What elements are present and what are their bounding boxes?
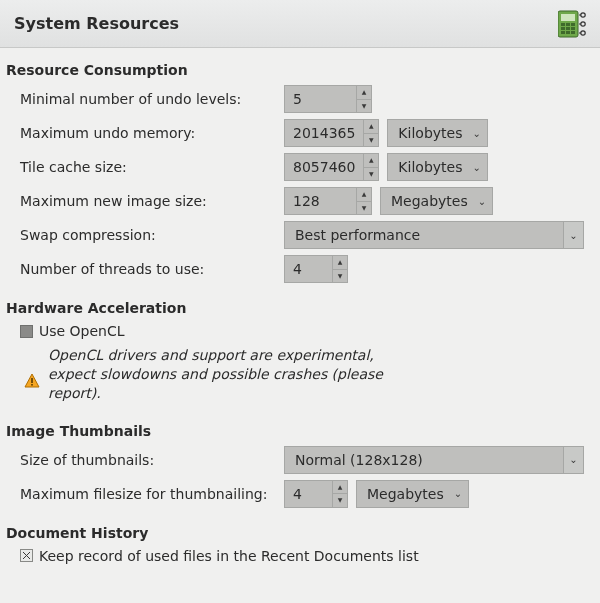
label-thumbnail-size: Size of thumbnails: bbox=[6, 452, 284, 468]
spin-undo-memory[interactable]: 2014365 ▲ ▼ bbox=[284, 119, 379, 147]
label-thumbnail-maxfile: Maximum filesize for thumbnailing: bbox=[6, 486, 284, 502]
combo-new-image-unit[interactable]: Megabytes ⌄ bbox=[380, 187, 493, 215]
spin-down-icon[interactable]: ▼ bbox=[363, 133, 379, 148]
chevron-down-icon: ⌄ bbox=[454, 488, 462, 499]
row-thumbnail-maxfile: Maximum filesize for thumbnailing: 4 ▲ ▼… bbox=[6, 477, 594, 511]
section-title-resource: Resource Consumption bbox=[6, 54, 594, 82]
svg-rect-7 bbox=[571, 27, 575, 30]
section-document-history: Document History Keep record of used fil… bbox=[0, 511, 600, 567]
svg-rect-8 bbox=[561, 31, 565, 34]
svg-point-12 bbox=[581, 21, 585, 25]
spin-up-icon[interactable]: ▲ bbox=[332, 480, 348, 494]
row-use-opencl: Use OpenCL bbox=[6, 320, 594, 342]
row-keep-record: Keep record of used files in the Recent … bbox=[6, 545, 594, 567]
row-tile-cache: Tile cache size: 8057460 ▲ ▼ Kilobytes ⌄ bbox=[6, 150, 594, 184]
label-swap-compression: Swap compression: bbox=[6, 227, 284, 243]
row-undo-levels: Minimal number of undo levels: 5 ▲ ▼ bbox=[6, 82, 594, 116]
label-tile-cache: Tile cache size: bbox=[6, 159, 284, 175]
spin-down-icon[interactable]: ▼ bbox=[332, 269, 348, 284]
svg-rect-10 bbox=[571, 31, 575, 34]
spin-up-icon[interactable]: ▲ bbox=[363, 119, 379, 133]
combo-label: Kilobytes bbox=[398, 159, 462, 175]
section-image-thumbnails: Image Thumbnails Size of thumbnails: Nor… bbox=[0, 409, 600, 511]
section-hardware-acceleration: Hardware Acceleration Use OpenCL OpenCL … bbox=[0, 286, 600, 409]
section-resource-consumption: Resource Consumption Minimal number of u… bbox=[0, 48, 600, 286]
spin-new-image-size[interactable]: 128 ▲ ▼ bbox=[284, 187, 372, 215]
label-threads: Number of threads to use: bbox=[6, 261, 284, 277]
spin-value[interactable]: 5 bbox=[284, 85, 356, 113]
svg-rect-9 bbox=[566, 31, 570, 34]
svg-rect-4 bbox=[571, 23, 575, 26]
combo-label: Megabytes bbox=[367, 486, 444, 502]
spin-value[interactable]: 128 bbox=[284, 187, 356, 215]
svg-point-13 bbox=[581, 30, 585, 34]
system-resources-icon bbox=[556, 7, 590, 41]
label-new-image-size: Maximum new image size: bbox=[6, 193, 284, 209]
spin-thumbnail-maxfile[interactable]: 4 ▲ ▼ bbox=[284, 480, 348, 508]
row-undo-memory: Maximum undo memory: 2014365 ▲ ▼ Kilobyt… bbox=[6, 116, 594, 150]
svg-rect-6 bbox=[566, 27, 570, 30]
combo-label: Megabytes bbox=[391, 193, 468, 209]
combo-thumbnail-maxfile-unit[interactable]: Megabytes ⌄ bbox=[356, 480, 469, 508]
dropdown-value: Normal (128x128) bbox=[285, 452, 563, 468]
spin-tile-cache[interactable]: 8057460 ▲ ▼ bbox=[284, 153, 379, 181]
svg-rect-17 bbox=[31, 378, 33, 383]
svg-rect-2 bbox=[561, 23, 565, 26]
combo-label: Kilobytes bbox=[398, 125, 462, 141]
label-keep-record: Keep record of used files in the Recent … bbox=[39, 548, 419, 564]
warning-icon bbox=[24, 346, 42, 403]
label-undo-memory: Maximum undo memory: bbox=[6, 125, 284, 141]
spin-up-icon[interactable]: ▲ bbox=[332, 255, 348, 269]
row-opencl-warning: OpenCL drivers and support are experimen… bbox=[6, 342, 594, 409]
label-undo-levels: Minimal number of undo levels: bbox=[6, 91, 284, 107]
section-title-accel: Hardware Acceleration bbox=[6, 292, 594, 320]
spin-undo-levels[interactable]: 5 ▲ ▼ bbox=[284, 85, 372, 113]
chevron-down-icon: ⌄ bbox=[472, 128, 480, 139]
spin-down-icon[interactable]: ▼ bbox=[356, 99, 372, 114]
chevron-down-icon: ⌄ bbox=[472, 162, 480, 173]
svg-rect-1 bbox=[561, 14, 575, 21]
spin-value[interactable]: 8057460 bbox=[284, 153, 363, 181]
checkbox-use-opencl[interactable] bbox=[20, 325, 33, 338]
chevron-down-icon[interactable]: ⌄ bbox=[563, 222, 583, 248]
combo-tile-cache-unit[interactable]: Kilobytes ⌄ bbox=[387, 153, 487, 181]
svg-rect-3 bbox=[566, 23, 570, 26]
section-title-history: Document History bbox=[6, 517, 594, 545]
spin-value[interactable]: 4 bbox=[284, 255, 332, 283]
spin-down-icon[interactable]: ▼ bbox=[363, 167, 379, 182]
row-threads: Number of threads to use: 4 ▲ ▼ bbox=[6, 252, 594, 286]
page-title: System Resources bbox=[14, 14, 556, 33]
page-header: System Resources bbox=[0, 0, 600, 48]
spin-up-icon[interactable]: ▲ bbox=[356, 85, 372, 99]
checkbox-keep-record[interactable] bbox=[20, 549, 33, 562]
warning-text: OpenCL drivers and support are experimen… bbox=[48, 346, 408, 403]
svg-rect-5 bbox=[561, 27, 565, 30]
spin-value[interactable]: 2014365 bbox=[284, 119, 363, 147]
svg-rect-18 bbox=[31, 384, 33, 386]
combo-undo-memory-unit[interactable]: Kilobytes ⌄ bbox=[387, 119, 487, 147]
section-title-thumbs: Image Thumbnails bbox=[6, 415, 594, 443]
dropdown-swap-compression[interactable]: Best performance ⌄ bbox=[284, 221, 584, 249]
dropdown-thumbnail-size[interactable]: Normal (128x128) ⌄ bbox=[284, 446, 584, 474]
spin-down-icon[interactable]: ▼ bbox=[332, 493, 348, 508]
spin-down-icon[interactable]: ▼ bbox=[356, 201, 372, 216]
dropdown-value: Best performance bbox=[285, 227, 563, 243]
row-swap-compression: Swap compression: Best performance ⌄ bbox=[6, 218, 594, 252]
chevron-down-icon: ⌄ bbox=[478, 196, 486, 207]
label-use-opencl: Use OpenCL bbox=[39, 323, 125, 339]
chevron-down-icon[interactable]: ⌄ bbox=[563, 447, 583, 473]
svg-point-11 bbox=[581, 12, 585, 16]
row-new-image-size: Maximum new image size: 128 ▲ ▼ Megabyte… bbox=[6, 184, 594, 218]
spin-threads[interactable]: 4 ▲ ▼ bbox=[284, 255, 348, 283]
spin-value[interactable]: 4 bbox=[284, 480, 332, 508]
spin-up-icon[interactable]: ▲ bbox=[363, 153, 379, 167]
spin-up-icon[interactable]: ▲ bbox=[356, 187, 372, 201]
row-thumbnail-size: Size of thumbnails: Normal (128x128) ⌄ bbox=[6, 443, 594, 477]
